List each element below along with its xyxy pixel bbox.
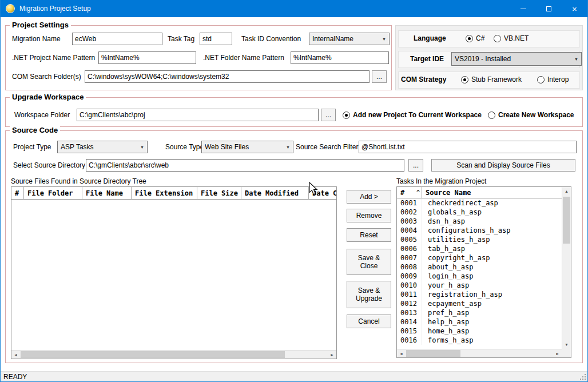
column-header[interactable]: File Name [82, 187, 132, 199]
radio-add-to-current-workspace-label: Add new Project To Current Workspace [353, 111, 482, 119]
column-header[interactable]: File Extension [132, 187, 197, 199]
save-close-button[interactable]: Save & Close [347, 249, 391, 275]
workspace-folder-label: Workspace Folder [14, 109, 70, 121]
radio-create-new-workspace-label: Create New Workspace [498, 111, 574, 119]
column-header-label: # [400, 189, 404, 197]
task-row[interactable]: 0001checkredirect_asp [397, 198, 562, 208]
workspace-folder-input[interactable] [77, 109, 319, 121]
task-number: 0014 [397, 317, 422, 327]
source-search-filter-input[interactable] [359, 141, 577, 153]
remove-button[interactable]: Remove [347, 209, 391, 222]
radio-interop[interactable]: Interop [537, 71, 569, 88]
task-tag-input[interactable] [200, 33, 232, 45]
maximize-button[interactable] [536, 0, 562, 17]
task-source-name: utilities_h_asp [422, 235, 490, 244]
com-search-browse-button[interactable]: ... [372, 70, 387, 83]
project-type-select[interactable]: ASP Tasks ▼ [57, 141, 148, 153]
close-button[interactable]: × [562, 0, 587, 17]
radio-language-csharp[interactable]: C# [466, 30, 484, 47]
source-directory-browse-button[interactable]: ... [408, 159, 423, 172]
scroll-up-icon[interactable]: ▲ [562, 187, 571, 196]
workspace-folder-browse-button[interactable]: ... [321, 109, 336, 121]
com-search-folders-input[interactable] [85, 70, 370, 83]
minimize-button[interactable] [510, 0, 536, 17]
target-ide-select[interactable]: VS2019 - Installed ▼ [451, 52, 582, 66]
source-files-horizontal-scrollbar[interactable]: ◄ ► [11, 350, 336, 359]
scroll-right-icon[interactable]: ► [328, 351, 336, 359]
chevron-down-icon: ▼ [379, 37, 389, 41]
project-type-label: Project Type [13, 141, 51, 153]
status-bar: READY [1, 371, 587, 382]
scan-source-files-button[interactable]: Scan and Display Source Files [431, 159, 575, 172]
radio-unselected-icon [494, 35, 501, 42]
radio-stub-framework-label: Stub Framework [471, 75, 522, 83]
tasks-vertical-scrollbar[interactable]: ▲ ▼ [562, 187, 571, 349]
column-header[interactable]: # [11, 187, 24, 199]
column-header[interactable]: Date Modified [241, 187, 309, 199]
task-row[interactable]: 0006tab_h_asp [397, 244, 562, 253]
scrollbar-thumb[interactable] [21, 351, 285, 358]
add-button[interactable]: Add > [347, 190, 391, 204]
radio-create-new-workspace[interactable]: Create New Workspace [488, 109, 574, 121]
task-source-name: checkredirect_asp [422, 198, 498, 208]
task-row[interactable]: 0016forms_h_asp [397, 336, 562, 345]
task-row[interactable]: 0012ecpayment_asp [397, 299, 562, 308]
radio-selected-icon [466, 35, 473, 42]
chevron-down-icon: ▼ [571, 57, 581, 61]
task-row[interactable]: 0011registration_h_asp [397, 290, 562, 299]
select-source-directory-input[interactable] [86, 159, 404, 172]
radio-interop-label: Interop [547, 75, 569, 83]
task-id-convention-select[interactable]: InternalName ▼ [309, 33, 390, 45]
task-source-name: your_h_asp [422, 281, 469, 290]
net-project-name-pattern-input[interactable] [98, 51, 196, 64]
source-files-table-header: # File Folder File Name File Extension F… [11, 187, 336, 200]
task-number: 0003 [397, 217, 422, 226]
task-number: 0001 [397, 198, 422, 208]
task-row[interactable]: 0005utilities_h_asp [397, 235, 562, 244]
task-row[interactable]: 0010your_h_asp [397, 281, 562, 290]
resize-grip[interactable] [579, 374, 586, 381]
task-row[interactable]: 0009login_h_asp [397, 272, 562, 281]
column-header[interactable]: Source Name [422, 187, 562, 198]
reset-button[interactable]: Reset [347, 228, 391, 242]
task-row[interactable]: 0015home_h_asp [397, 327, 562, 336]
radio-add-to-current-workspace[interactable]: Add new Project To Current Workspace [343, 109, 482, 121]
task-row[interactable]: 0003dsn_h_asp [397, 217, 562, 226]
task-row[interactable]: 0014help_h_asp [397, 317, 562, 327]
scroll-right-icon[interactable]: ► [553, 349, 562, 357]
scrollbar-thumb[interactable] [563, 197, 570, 244]
task-source-name: copyright_h_asp [422, 253, 490, 262]
task-row[interactable]: 0007copyright_h_asp [397, 253, 562, 262]
net-folder-name-pattern-input[interactable] [291, 51, 389, 64]
task-number: 0005 [397, 235, 422, 244]
tasks-in-project-label: Tasks In the Migration Project [396, 175, 486, 188]
radio-stub-framework[interactable]: Stub Framework [461, 71, 522, 88]
task-source-name: globals_h_asp [422, 208, 482, 217]
cancel-button[interactable]: Cancel [347, 315, 391, 328]
task-row[interactable]: 0013pref_h_asp [397, 308, 562, 317]
close-icon: × [572, 5, 577, 13]
tasks-table-body: 0001checkredirect_asp0002globals_h_asp00… [397, 198, 562, 349]
task-row[interactable]: 0002globals_h_asp [397, 208, 562, 217]
task-row[interactable]: 0004configurations_h_asp [397, 226, 562, 235]
scroll-left-icon[interactable]: ◄ [397, 349, 406, 357]
task-row[interactable]: 0008about_h_asp [397, 262, 562, 272]
scroll-left-icon[interactable]: ◄ [11, 351, 20, 359]
column-header[interactable]: File Size [197, 187, 241, 199]
target-ide-label: Target IDE [410, 50, 444, 67]
com-strategy-label: COM Strategy [401, 71, 446, 88]
scrollbar-corner [562, 349, 571, 357]
migration-project-setup-window: Migration Project Setup × Project Settin… [0, 0, 588, 382]
radio-language-vbnet[interactable]: VB.NET [494, 30, 529, 47]
migration-name-input[interactable] [72, 33, 162, 45]
column-header[interactable]: File Folder [24, 187, 82, 199]
app-icon [6, 4, 15, 13]
save-upgrade-button[interactable]: Save & Upgrade [347, 281, 391, 308]
task-id-convention-value: InternalName [312, 35, 353, 43]
scroll-down-icon[interactable]: ▼ [562, 340, 571, 349]
tasks-horizontal-scrollbar[interactable]: ◄ ► [397, 349, 562, 357]
scrollbar-thumb[interactable] [406, 350, 460, 357]
source-type-select[interactable]: Web Site Files ▼ [201, 141, 293, 153]
column-header[interactable]: # ^ [397, 187, 422, 198]
project-settings-title: Project Settings [10, 21, 71, 29]
